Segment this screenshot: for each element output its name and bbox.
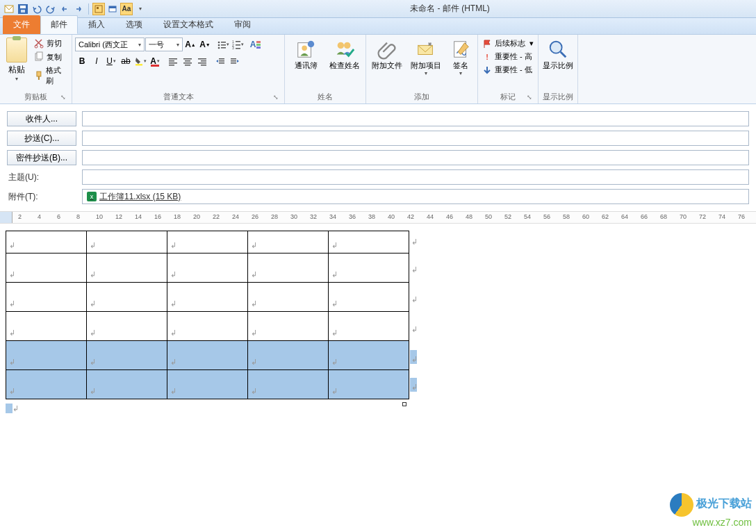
- qat-btn-a[interactable]: [92, 3, 105, 15]
- tab-options[interactable]: 选项: [115, 15, 153, 34]
- save-icon[interactable]: [17, 3, 29, 15]
- signature-button[interactable]: 签名 ▾: [447, 38, 475, 78]
- ruler-tick: 40: [388, 213, 395, 220]
- resize-handle[interactable]: [402, 402, 406, 406]
- zoom-button[interactable]: 显示比例: [541, 38, 575, 72]
- tab-mail[interactable]: 邮件: [40, 15, 78, 34]
- brush-icon: [33, 70, 44, 81]
- align-center-button[interactable]: [181, 54, 195, 68]
- bcc-input[interactable]: [82, 150, 749, 165]
- row-end-mark: ↲: [411, 295, 418, 304]
- cc-input[interactable]: [82, 131, 749, 146]
- ribbon-tabs: 文件 邮件 插入 选项 设置文本格式 审阅: [0, 18, 756, 35]
- group-zoom: 显示比例 显示比例: [539, 35, 578, 103]
- tab-format[interactable]: 设置文本格式: [153, 15, 224, 34]
- cc-button[interactable]: 抄送(C)...: [7, 131, 76, 146]
- svg-rect-47: [231, 60, 236, 62]
- grow-font-button[interactable]: A▲: [183, 38, 197, 51]
- group-tags-label: 标记⤡: [481, 90, 535, 103]
- checknames-label: 检查姓名: [329, 61, 360, 70]
- numbering-button[interactable]: 123▾: [231, 38, 245, 51]
- tab-file[interactable]: 文件: [3, 15, 40, 34]
- svg-rect-37: [183, 63, 192, 64]
- row-end-mark: ↲: [411, 325, 418, 334]
- svg-rect-2: [20, 6, 26, 8]
- svg-rect-38: [185, 65, 190, 66]
- tags-launcher-icon[interactable]: ⤡: [525, 94, 534, 102]
- mail-header-fields: 收件人... 抄送(C)... 密件抄送(B)... 主题(U): 附件(T):…: [0, 104, 756, 211]
- qat-customize-dropdown[interactable]: ▾: [134, 3, 147, 15]
- shrink-font-button[interactable]: A▼: [198, 38, 212, 51]
- align-left-button[interactable]: [166, 54, 180, 68]
- cut-button[interactable]: 剪切: [33, 38, 69, 49]
- checknames-button[interactable]: 检查姓名: [327, 38, 363, 72]
- styles-button[interactable]: A: [249, 38, 263, 51]
- painter-label: 格式刷: [46, 65, 69, 86]
- ruler-tick: 24: [232, 213, 239, 220]
- svg-rect-41: [198, 63, 206, 64]
- italic-button[interactable]: I: [90, 54, 104, 68]
- watermark-title: 极光下载站: [696, 497, 752, 509]
- svg-rect-7: [109, 6, 116, 8]
- paste-icon: [6, 38, 27, 63]
- font-launcher-icon[interactable]: ⤡: [272, 94, 280, 102]
- followup-button[interactable]: 后续标志▾: [481, 38, 535, 49]
- paragraph-after-table: ↲: [6, 404, 750, 413]
- high-importance-button[interactable]: !重要性 - 高: [481, 51, 535, 63]
- flag-icon: [482, 39, 492, 49]
- content-table[interactable]: ↲↲↲↲↲ ↲↲↲↲↲ ↲↲↲↲↲ ↲↲↲↲↲ ↲↲↲↲↲ ↲↲↲↲↲: [6, 231, 409, 399]
- styles-icon: [256, 40, 261, 49]
- bullets-button[interactable]: ▾: [216, 38, 230, 51]
- bold-button[interactable]: B: [75, 54, 89, 68]
- attach-file-button[interactable]: 附加文件: [369, 38, 405, 72]
- next-icon[interactable]: [72, 3, 85, 15]
- subject-input[interactable]: [82, 169, 749, 185]
- ruler[interactable]: 2468101214161820222426283032343638404244…: [0, 211, 756, 224]
- decrease-indent-button[interactable]: [213, 54, 227, 68]
- font-color-button[interactable]: A▾: [148, 54, 162, 68]
- ruler-tick: 48: [466, 213, 472, 220]
- highlight-button[interactable]: ▾: [133, 54, 147, 68]
- redo-icon[interactable]: [44, 3, 57, 15]
- app-icon[interactable]: [3, 3, 15, 15]
- ruler-tick: 76: [738, 213, 745, 220]
- to-input[interactable]: [82, 111, 749, 126]
- low-label: 重要性 - 低: [495, 65, 532, 75]
- copy-label: 复制: [47, 52, 62, 63]
- bcc-button[interactable]: 密件抄送(B)...: [7, 150, 76, 165]
- qat-btn-b[interactable]: [106, 3, 119, 15]
- addressbook-button[interactable]: 通讯簿: [288, 38, 324, 72]
- copy-button[interactable]: 复制: [33, 51, 69, 63]
- ruler-tick: 58: [563, 213, 570, 220]
- qat-btn-aa-icon[interactable]: Aa: [120, 3, 133, 15]
- svg-rect-25: [236, 48, 240, 49]
- watermark-url: www.xz7.com: [670, 517, 752, 528]
- row-end-mark-sel: ↲: [410, 378, 423, 392]
- attach-item-button[interactable]: 附加项目 ▾: [408, 38, 444, 78]
- strikethrough-button[interactable]: ab: [119, 54, 133, 68]
- tab-review[interactable]: 审阅: [224, 15, 261, 34]
- low-importance-button[interactable]: 重要性 - 低: [481, 64, 535, 76]
- clipboard-launcher-icon[interactable]: ⤡: [59, 94, 67, 102]
- paste-button[interactable]: 粘贴 ▾: [3, 38, 31, 82]
- prev-icon[interactable]: [58, 3, 71, 15]
- watermark-logo-icon: [670, 493, 693, 517]
- undo-icon[interactable]: [31, 3, 43, 15]
- to-button[interactable]: 收件人...: [7, 111, 76, 126]
- increase-indent-button[interactable]: [228, 54, 242, 68]
- font-name-combo[interactable]: Calibri (西文正▾: [75, 38, 145, 51]
- group-include: 附加文件 附加项目 ▾ 签名 ▾ 添加: [366, 35, 478, 103]
- underline-button[interactable]: U▾: [104, 54, 118, 68]
- ruler-tick: 74: [718, 213, 725, 220]
- format-painter-button[interactable]: 格式刷: [33, 65, 69, 86]
- ruler-tick: 6: [57, 213, 60, 220]
- svg-rect-23: [236, 44, 240, 46]
- font-color-bar-icon: [151, 65, 159, 67]
- font-size-combo[interactable]: 一号▾: [145, 38, 183, 51]
- tab-insert[interactable]: 插入: [78, 15, 115, 34]
- attachment-item[interactable]: x 工作簿11.xlsx (15 KB): [87, 191, 181, 203]
- editor-body[interactable]: ↲↲↲↲↲ ↲↲↲↲↲ ↲↲↲↲↲ ↲↲↲↲↲ ↲↲↲↲↲ ↲↲↲↲↲ ↲ ↲ …: [0, 224, 756, 420]
- down-arrow-icon: [482, 65, 492, 75]
- align-right-button[interactable]: [195, 54, 209, 68]
- svg-point-56: [550, 42, 562, 53]
